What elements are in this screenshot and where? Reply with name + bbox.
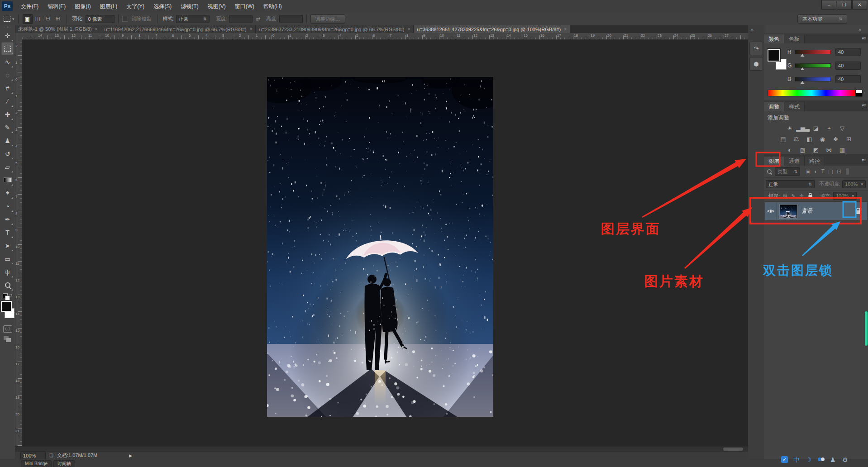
photo-filter-icon[interactable]: ◉ xyxy=(818,135,828,143)
gradient-tool[interactable] xyxy=(1,173,14,186)
dock-scrollbar-thumb[interactable] xyxy=(865,311,868,346)
channel-slider-G[interactable] xyxy=(795,63,831,68)
crop-tool[interactable]: # xyxy=(1,81,14,95)
black-white-icon[interactable]: ◧ xyxy=(805,135,815,143)
invert-icon[interactable]: ◐ xyxy=(785,146,795,154)
foreground-color-swatch[interactable] xyxy=(1,301,12,312)
path-selection-tool[interactable]: ➤ xyxy=(1,239,14,252)
workspace-switcher[interactable]: 基本功能⇅ xyxy=(797,14,847,24)
menu-item-1[interactable]: 编辑(E) xyxy=(43,0,70,12)
history-panel-button[interactable]: ↷ xyxy=(749,42,763,55)
channel-mixer-icon[interactable]: ❖ xyxy=(831,135,841,143)
layer-lock-icon[interactable] xyxy=(856,208,861,215)
filter-smart-icon[interactable]: ⊡ xyxy=(837,168,841,175)
ime-user-icon[interactable]: ♟ xyxy=(830,456,836,463)
menu-item-2[interactable]: 图像(I) xyxy=(70,0,95,12)
move-tool[interactable]: ✛ xyxy=(1,29,14,42)
eyedropper-tool[interactable]: ∕ xyxy=(1,95,14,108)
menu-item-3[interactable]: 图层(L) xyxy=(95,0,122,12)
layer-filter-toggle[interactable] xyxy=(846,168,849,175)
layers-panel-menu-icon[interactable]: ▾≡ xyxy=(862,157,866,162)
rect-marquee-tool[interactable] xyxy=(1,42,14,55)
layer-filter-type-select[interactable]: 类型⇅ xyxy=(775,167,800,176)
bottom-bar-button-0[interactable]: Mini Bridge xyxy=(21,460,52,467)
channel-value-G[interactable]: 40 xyxy=(835,62,861,70)
filter-adjustment-icon[interactable]: ◐ xyxy=(814,168,817,175)
menu-item-0[interactable]: 文件(F) xyxy=(16,0,43,12)
channel-value-R[interactable]: 40 xyxy=(835,48,861,56)
color-panel-menu-icon[interactable]: ▾≡ xyxy=(862,36,866,41)
menu-item-9[interactable]: 帮助(H) xyxy=(259,0,286,12)
foreground-color-well[interactable] xyxy=(768,49,780,62)
slider-thumb[interactable] xyxy=(801,54,804,57)
opacity-input[interactable]: 100%▾ xyxy=(842,180,866,188)
collapse-dock-icon[interactable]: » xyxy=(858,27,861,32)
lock-paint-icon[interactable]: ✎ xyxy=(791,193,795,199)
subtract-selection-icon[interactable]: ⊟ xyxy=(43,14,52,23)
document-canvas[interactable] xyxy=(267,77,493,417)
tools-grip[interactable] xyxy=(0,25,15,29)
filter-type-icon[interactable]: T xyxy=(821,168,825,175)
levels-icon[interactable]: ▂▅▃ xyxy=(798,124,808,132)
hand-tool[interactable]: ψ xyxy=(1,265,14,278)
intersect-selection-icon[interactable]: ⊞ xyxy=(53,14,62,23)
shape-tool[interactable]: ▭ xyxy=(1,252,14,265)
layer-row-background[interactable]: 背景 xyxy=(765,202,867,220)
color-lookup-icon[interactable]: ⊞ xyxy=(844,135,854,143)
document-tab-1[interactable]: u=116942062,2176669046&fm=26&gp=0.jpg @ … xyxy=(101,25,256,33)
pen-tool[interactable]: ✒ xyxy=(1,213,14,226)
channel-slider-R[interactable] xyxy=(795,50,831,54)
type-tool[interactable]: T xyxy=(1,226,14,239)
default-colors-icon[interactable] xyxy=(3,293,8,298)
filter-pixel-icon[interactable]: ▣ xyxy=(806,168,811,175)
close-tab-icon[interactable]: × xyxy=(564,27,567,32)
layer-thumbnail[interactable] xyxy=(780,205,797,218)
color-spectrum-ramp[interactable] xyxy=(768,90,855,96)
quick-selection-tool[interactable]: ◌ xyxy=(1,68,14,81)
document-tab-3[interactable]: u=3638812661,4278309225&fm=26&gp=0.jpg @… xyxy=(414,25,570,33)
style-select[interactable]: 正常⇅ xyxy=(176,15,210,23)
ime-moon-icon[interactable]: ☽ xyxy=(806,456,811,463)
menu-item-5[interactable]: 选择(S) xyxy=(149,0,176,12)
swap-dimensions-icon[interactable]: ⇄ xyxy=(256,16,261,22)
ime-check-icon[interactable]: ✓ xyxy=(781,456,788,463)
menu-item-7[interactable]: 视图(V) xyxy=(203,0,230,12)
lock-move-icon[interactable]: ✛ xyxy=(800,193,804,199)
channel-value-B[interactable]: 40 xyxy=(835,75,861,83)
close-tab-icon[interactable]: × xyxy=(95,27,98,32)
close-tab-icon[interactable]: × xyxy=(250,27,253,32)
tab-layers-0[interactable]: 图层 xyxy=(764,157,784,166)
filter-shape-icon[interactable]: ▢ xyxy=(828,168,833,175)
lasso-tool[interactable]: ∿ xyxy=(1,55,14,68)
bottom-bar-button-1[interactable]: 时间轴 xyxy=(53,460,75,467)
channel-slider-B[interactable] xyxy=(795,77,831,81)
brush-tool[interactable]: ✎ xyxy=(1,121,14,134)
healing-brush-tool[interactable]: ✚ xyxy=(1,108,14,121)
refine-edge-button[interactable]: 调整边缘… xyxy=(310,14,345,24)
vibrance-icon[interactable]: ▽ xyxy=(837,124,847,132)
dodge-tool[interactable]: ◔ xyxy=(1,200,14,213)
eraser-tool[interactable]: ▱ xyxy=(1,160,14,173)
blur-tool[interactable]: ♠ xyxy=(1,186,14,200)
exposure-icon[interactable]: ± xyxy=(824,124,834,132)
hue-saturation-icon[interactable]: ▤ xyxy=(778,135,788,143)
color-balance-icon[interactable]: ⚖ xyxy=(792,135,801,143)
ime-gear-icon[interactable]: ⚙ xyxy=(842,456,848,463)
clone-stamp-tool[interactable]: ♟ xyxy=(1,134,14,147)
screen-mode-button[interactable] xyxy=(4,336,12,343)
spectrum-bw-swatch[interactable] xyxy=(855,90,863,97)
minimize-button[interactable]: – xyxy=(821,0,836,10)
tab-color-0[interactable]: 颜色 xyxy=(764,34,784,43)
threshold-icon[interactable]: ◩ xyxy=(811,146,821,154)
menu-item-4[interactable]: 文字(Y) xyxy=(122,0,149,12)
tab-color-1[interactable]: 色板 xyxy=(784,34,805,43)
layer-name[interactable]: 背景 xyxy=(801,207,812,215)
history-brush-tool[interactable]: ↺ xyxy=(1,147,14,160)
close-button[interactable]: ✕ xyxy=(852,0,867,10)
tab-layers-1[interactable]: 通道 xyxy=(784,157,805,166)
tab-adjust-0[interactable]: 调整 xyxy=(764,102,784,111)
menu-item-8[interactable]: 窗口(W) xyxy=(230,0,259,12)
curves-icon[interactable]: ◪ xyxy=(811,124,821,132)
add-selection-icon[interactable]: ◫ xyxy=(33,14,43,23)
tool-preset-picker[interactable]: ▾ xyxy=(4,16,14,22)
